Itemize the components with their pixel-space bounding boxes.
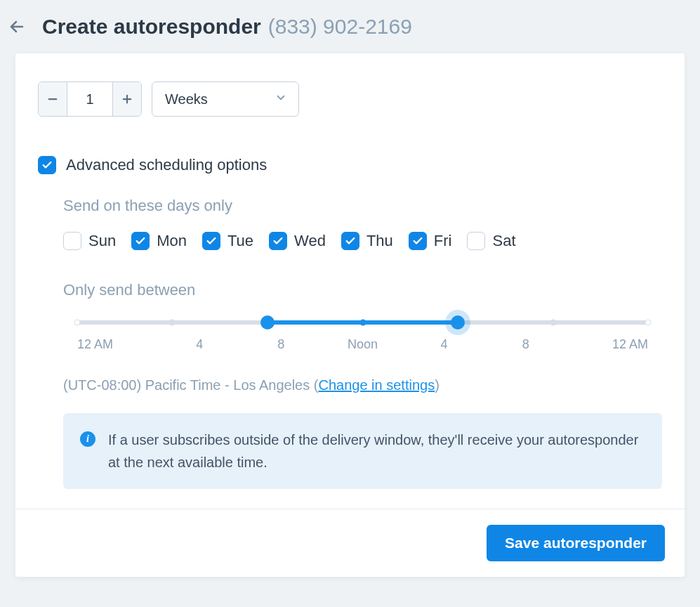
days-heading: Send on these days only [63,197,662,215]
day-sun: Sun [63,232,116,250]
delay-increment-button[interactable] [113,82,141,116]
day-tue: Tue [202,232,253,250]
back-button[interactable] [3,13,31,41]
delay-value[interactable]: 1 [67,82,113,116]
time-slider-tick [359,320,366,326]
timezone-text: (UTC-08:00) Pacific Time - Los Angeles ( [63,377,318,393]
time-slider-tick-label: 8 [240,337,322,352]
day-label: Sun [88,232,116,250]
time-slider-tick-label: 8 [485,337,567,352]
time-slider-tick-label: 12 AM [77,337,159,352]
check-icon [135,235,146,247]
time-slider-tick [645,320,652,326]
day-label: Thu [366,232,393,250]
check-icon [206,235,217,247]
day-label: Fri [434,232,452,250]
delay-unit-select[interactable]: Weeks [152,81,299,117]
info-text: If a user subscribes outside of the deli… [108,429,645,474]
timezone-row: (UTC-08:00) Pacific Time - Los Angeles (… [63,377,662,393]
form-card: 1 Weeks Advanced scheduling option [15,53,685,577]
time-slider-start-handle[interactable] [260,315,275,329]
day-label: Mon [157,232,187,250]
days-row: SunMonTueWedThuFriSat [63,232,662,250]
check-icon [272,235,284,247]
time-slider-labels: 12 AM48Noon4812 AM [77,337,648,352]
page-subtitle-phone: (833) 902-2169 [268,15,412,39]
page-title: Create autoresponder [42,15,261,39]
check-icon [41,159,53,171]
time-slider-tick-label: Noon [322,337,403,352]
day-label: Wed [294,232,326,250]
delay-decrement-button[interactable] [39,82,67,116]
info-icon: i [80,431,95,447]
day-checkbox-sun[interactable] [63,232,81,250]
day-label: Sat [492,232,515,250]
advanced-options-checkbox[interactable] [38,156,56,174]
day-checkbox-thu[interactable] [341,232,359,250]
day-label: Tue [227,232,253,250]
day-checkbox-sat[interactable] [467,232,485,250]
minus-icon [46,93,59,105]
delay-row: 1 Weeks [38,81,662,117]
delay-unit-label: Weeks [165,91,208,107]
check-icon [345,235,356,247]
advanced-options-label: Advanced scheduling options [66,156,267,174]
day-checkbox-wed[interactable] [269,232,287,250]
time-window-slider[interactable]: 12 AM48Noon4812 AM [69,320,656,352]
time-slider-end-handle[interactable] [451,315,465,329]
check-icon [412,235,423,247]
day-wed: Wed [269,232,326,250]
card-footer: Save autoresponder [15,509,685,577]
day-mon: Mon [131,232,187,250]
day-sat: Sat [467,232,515,250]
info-callout: i If a user subscribes outside of the de… [63,413,662,489]
change-timezone-link[interactable]: Change in settings [318,377,435,393]
time-window-heading: Only send between [63,281,662,299]
time-slider-tick [550,320,556,326]
time-slider-tick [169,320,176,326]
day-checkbox-tue[interactable] [202,232,220,250]
day-checkbox-fri[interactable] [409,232,427,250]
save-autoresponder-button[interactable]: Save autoresponder [487,525,665,561]
advanced-options-row: Advanced scheduling options [38,156,662,174]
arrow-left-icon [8,18,25,35]
delay-stepper: 1 [38,81,142,117]
time-slider-tick-label: 4 [159,337,240,352]
timezone-suffix: ) [435,377,440,393]
day-fri: Fri [409,232,452,250]
plus-icon [121,93,133,105]
time-slider-tick-label: 4 [404,337,485,352]
chevron-down-icon [275,91,287,107]
time-slider-tick [74,320,81,326]
page-header: Create autoresponder (833) 902-2169 [0,0,700,53]
day-thu: Thu [341,232,393,250]
day-checkbox-mon[interactable] [131,232,150,250]
time-slider-tick-label: 12 AM [567,337,648,352]
